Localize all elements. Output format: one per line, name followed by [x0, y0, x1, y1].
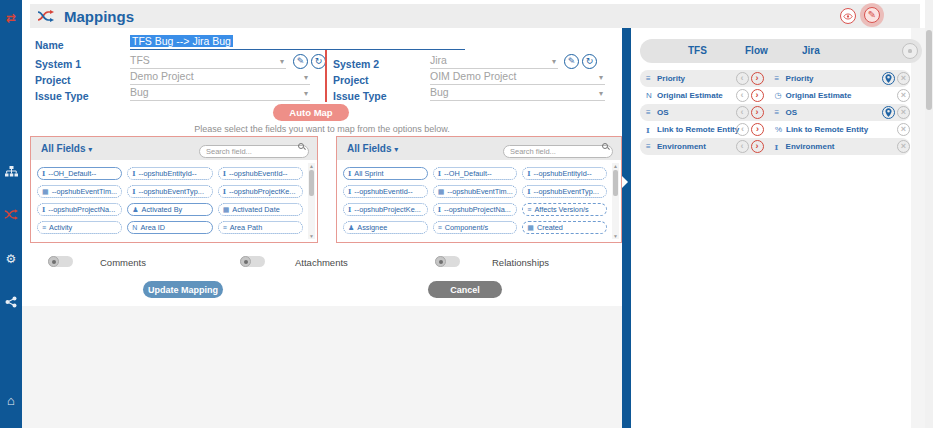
issuetype2-select[interactable]: Bug ▾: [430, 86, 605, 101]
field-chip-label: Activated By: [142, 205, 183, 214]
scrollbar-thumb[interactable]: [613, 170, 618, 196]
field-chip[interactable]: ≡ Activity: [37, 221, 122, 234]
flow-right-arrow-button[interactable]: ›: [751, 72, 764, 85]
location-pin-button[interactable]: [882, 106, 895, 119]
field-chip[interactable]: ▦ --opshubEventTim...: [433, 185, 518, 198]
field-chip-label: Component/s: [445, 223, 488, 232]
home-icon[interactable]: ⌂: [0, 394, 22, 408]
field-chip-label: --opshubEntityId--: [139, 169, 197, 178]
flow-left-arrow-button[interactable]: ‹: [736, 89, 749, 102]
toggle-switch[interactable]: [240, 256, 265, 267]
field-chip[interactable]: I --opshubEventTyp...: [522, 185, 607, 198]
field-chip[interactable]: I --opshubProjectKe...: [218, 185, 303, 198]
scroll-down-arrow[interactable]: ▼: [308, 233, 315, 239]
flow-right-arrow-button[interactable]: ›: [751, 123, 764, 136]
column-jira: Jira: [802, 45, 820, 56]
source-fields-panel: All Fields ▾ I --OH_Default-- I --opshub…: [30, 136, 318, 243]
flow-left-arrow-button[interactable]: ‹: [736, 72, 749, 85]
scroll-up-arrow[interactable]: ▲: [612, 163, 619, 169]
search-field-input[interactable]: [199, 145, 309, 158]
field-chip-label: --opshubProjectNa...: [48, 205, 115, 214]
project2-select[interactable]: OIM Demo Project ▾: [430, 70, 605, 85]
field-chip[interactable]: I --opshubProjectNa...: [37, 203, 122, 216]
panel-scrollbar[interactable]: ▲▼: [612, 163, 619, 239]
project1-select[interactable]: Demo Project ▾: [130, 70, 310, 85]
system2-label: System 2: [333, 58, 379, 70]
scroll-down-arrow[interactable]: ▼: [612, 233, 619, 239]
field-chip[interactable]: I All Sprint: [343, 167, 428, 180]
auto-map-button[interactable]: Auto Map: [273, 104, 349, 121]
field-chip[interactable]: I --opshubEventId--: [343, 185, 428, 198]
field-chip[interactable]: I --opshubEntityId--: [522, 167, 607, 180]
scrollbar-thumb[interactable]: [926, 30, 932, 110]
view-configuration-button[interactable]: [840, 8, 856, 24]
chevron-down-icon: ▾: [280, 57, 284, 66]
field-chip[interactable]: ≡ Component/s: [433, 221, 518, 234]
refresh-icon: ↻: [315, 56, 323, 66]
target-field-chips: I All Sprint I --OH_Default-- I --opshub…: [337, 160, 621, 241]
cancel-button[interactable]: Cancel: [428, 281, 502, 298]
remove-mapping-button[interactable]: ×: [897, 89, 910, 102]
toggle-switch[interactable]: [435, 256, 460, 267]
flow-right-arrow-button[interactable]: ›: [751, 140, 764, 153]
field-chip[interactable]: I --opshubEventId--: [218, 167, 303, 180]
field-chip[interactable]: I --opshubEventTyp...: [127, 185, 212, 198]
field-chip[interactable]: I --OH_Default--: [433, 167, 518, 180]
flow-right-arrow-button[interactable]: ›: [751, 106, 764, 119]
field-chip[interactable]: ▦ Activated Date: [218, 203, 303, 216]
toggle-label: Relationships: [492, 257, 549, 268]
link-icon: %: [775, 125, 786, 134]
collapse-arrow-icon[interactable]: [622, 176, 628, 188]
remove-mapping-button[interactable]: ×: [897, 106, 910, 119]
remove-mapping-button[interactable]: ×: [897, 72, 910, 85]
search-field-input[interactable]: [503, 145, 613, 158]
flow-left-arrow-button[interactable]: ‹: [736, 106, 749, 119]
field-chip[interactable]: ▦ Created: [522, 221, 607, 234]
field-chip[interactable]: I --OH_Default--: [37, 167, 122, 180]
toggle-knob: [240, 256, 251, 267]
field-chip-label: --opshubProjectKe...: [229, 187, 296, 196]
field-chip[interactable]: I --opshubProjectKe...: [343, 203, 428, 216]
all-fields-dropdown[interactable]: All Fields ▾: [41, 143, 92, 154]
scroll-up-arrow[interactable]: ▲: [308, 163, 315, 169]
gears-icon[interactable]: ⚙: [0, 252, 22, 266]
system2-select[interactable]: Jira ▾: [430, 54, 558, 69]
field-chip-label: Created: [537, 223, 563, 232]
flow-left-arrow-button[interactable]: ‹: [736, 123, 749, 136]
sitemap-icon[interactable]: [0, 166, 22, 180]
name-input[interactable]: TFS Bug --> Jira Bug: [130, 35, 465, 50]
sync-icon[interactable]: ⇄: [0, 11, 22, 25]
update-mapping-button[interactable]: Update Mapping: [143, 281, 223, 298]
edit-configuration-button[interactable]: ✎: [864, 7, 880, 23]
system1-refresh-button[interactable]: ↻: [311, 54, 326, 69]
remove-mapping-button[interactable]: ×: [897, 123, 910, 136]
toggle-switch[interactable]: [48, 256, 73, 267]
scrollbar-thumb[interactable]: [309, 170, 314, 196]
system2-refresh-button[interactable]: ↻: [582, 54, 597, 69]
field-chip-label: All Sprint: [354, 169, 383, 178]
field-chip[interactable]: ≡ Affects Version/s: [522, 203, 607, 216]
text-icon: I: [527, 169, 530, 178]
field-chip[interactable]: I --opshubEntityId--: [127, 167, 212, 180]
flow-right-arrow-button[interactable]: ›: [751, 89, 764, 102]
field-chip[interactable]: I --opshubProjectNa...: [433, 203, 518, 216]
system2-edit-button[interactable]: ✎: [564, 54, 579, 69]
field-chip[interactable]: ♟ Assignee: [343, 221, 428, 234]
system1-select[interactable]: TFS ▾: [130, 54, 286, 69]
shuffle-icon[interactable]: [0, 209, 22, 223]
flow-left-arrow-button[interactable]: ‹: [736, 140, 749, 153]
share-nodes-icon[interactable]: [0, 296, 22, 311]
stop-icon[interactable]: [902, 43, 918, 59]
system1-edit-button[interactable]: ✎: [293, 54, 308, 69]
remove-mapping-button[interactable]: ×: [897, 140, 910, 153]
field-chip[interactable]: N Area ID: [127, 221, 212, 234]
location-pin-button[interactable]: [882, 72, 895, 85]
field-chip[interactable]: ♟ Activated By: [127, 203, 212, 216]
page-scrollbar[interactable]: [925, 0, 933, 428]
field-chip[interactable]: ▦ --opshubEventTim...: [37, 185, 122, 198]
panel-scrollbar[interactable]: ▲▼: [308, 163, 315, 239]
field-chip[interactable]: ≡ Area Path: [218, 221, 303, 234]
all-fields-dropdown[interactable]: All Fields ▾: [347, 143, 398, 154]
panel-collapse-bar[interactable]: [622, 28, 631, 428]
issuetype1-select[interactable]: Bug ▾: [130, 86, 310, 101]
